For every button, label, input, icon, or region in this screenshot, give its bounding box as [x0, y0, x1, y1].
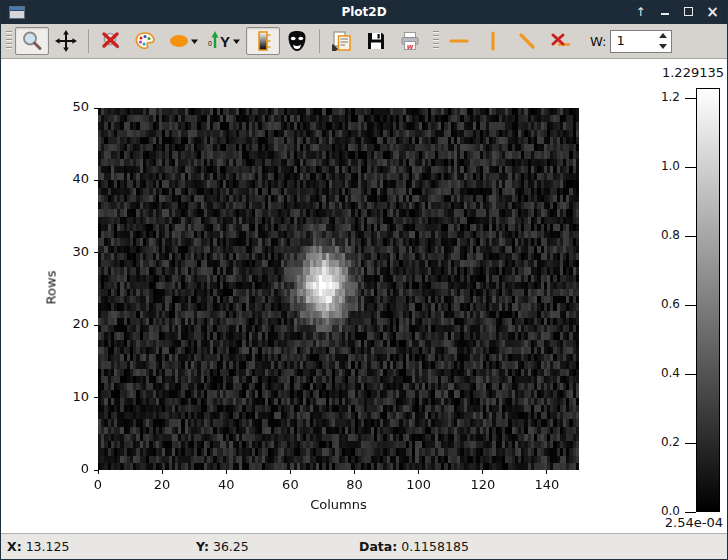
toolbar: 0Y w W: 1 — [1, 24, 727, 59]
heatmap-image[interactable] — [98, 108, 579, 470]
spin-down-icon — [659, 44, 667, 49]
magnifier-red-x-icon — [99, 29, 123, 53]
mask-icon — [285, 29, 309, 53]
x-value: 13.125 — [26, 539, 70, 554]
printer-icon: w — [398, 29, 422, 53]
x-axis-tick-label: 40 — [206, 477, 246, 492]
x-axis-tick — [482, 470, 483, 474]
shade-button[interactable]: ↑ — [634, 1, 647, 24]
spin-up-icon — [659, 33, 667, 38]
y-axis-tick — [94, 108, 98, 109]
copy-button[interactable] — [325, 27, 359, 55]
x-axis-label: Columns — [98, 497, 579, 512]
x-axis-tick — [226, 470, 227, 474]
window-menu-icon[interactable] — [9, 6, 25, 19]
y-axis-label: Rows — [44, 107, 59, 469]
profile-free-line-button[interactable] — [510, 27, 544, 55]
x-axis-tick — [290, 470, 291, 474]
cursor-data-readout: Data:0.1158185 — [359, 539, 469, 554]
colorbar-min-label: 2.54e-04 — [665, 515, 723, 530]
floppy-disk-icon — [364, 29, 388, 53]
y-axis-tick — [94, 325, 98, 326]
svg-text:0: 0 — [208, 40, 212, 47]
copy-pages-icon — [330, 29, 354, 53]
profile-vertical-button[interactable] — [476, 27, 510, 55]
x-axis-tick-label: 140 — [527, 477, 567, 492]
orange-ellipse-dropdown-icon — [167, 29, 199, 53]
colorbar-tick-label: 0.4 — [632, 366, 680, 380]
data-value: 0.1158185 — [401, 539, 469, 554]
cursor-x-readout: X:13.125 — [7, 539, 69, 554]
colorbar-tick — [685, 305, 696, 306]
x-axis-tick — [354, 470, 355, 474]
colormap-button[interactable] — [128, 27, 162, 55]
vertical-line-icon — [481, 29, 505, 53]
x-axis-tick-label: 20 — [142, 477, 182, 492]
close-button[interactable]: × — [706, 1, 719, 24]
colorbar-gradient[interactable] — [696, 88, 720, 512]
colorbar-tick — [685, 443, 696, 444]
y-axis-orientation-button[interactable]: 0Y — [204, 27, 246, 55]
print-button[interactable]: w — [393, 27, 427, 55]
colorbar-tick-label: 0.6 — [632, 297, 680, 311]
minimize-button[interactable] — [658, 1, 671, 24]
y-axis-tick — [94, 252, 98, 253]
x-axis-tick-label: 100 — [399, 477, 439, 492]
x-axis-tick — [98, 470, 99, 474]
y-axis-up-arrow-dropdown-icon: 0Y — [207, 29, 243, 53]
maximize-icon — [684, 7, 693, 16]
y-axis-tick — [94, 397, 98, 398]
toolbar-separator — [319, 29, 320, 53]
colorbar-tick — [685, 98, 696, 99]
horizontal-line-icon — [447, 29, 471, 53]
colorbar-tick — [685, 374, 696, 375]
mask-tools-button[interactable] — [280, 27, 314, 55]
plot2d-window: Plot2D ↑ × 0Y — [0, 0, 728, 560]
window-controls: ↑ × — [634, 1, 719, 24]
colorbar-toggle-button[interactable] — [246, 27, 280, 55]
svg-text:w: w — [407, 42, 414, 51]
colorbar-tick — [685, 167, 696, 168]
pan-arrows-icon — [54, 29, 78, 53]
profile-horizontal-button[interactable] — [442, 27, 476, 55]
maximize-button[interactable] — [682, 1, 695, 24]
spin-down-button[interactable] — [654, 41, 671, 52]
title-bar: Plot2D ↑ × — [1, 1, 727, 24]
palette-icon — [133, 29, 157, 53]
y-axis-tick — [94, 470, 98, 471]
magnifier-icon — [20, 29, 44, 53]
aggregation-mode-button[interactable] — [162, 27, 204, 55]
pan-mode-button[interactable] — [49, 27, 83, 55]
profile-width-value[interactable]: 1 — [611, 31, 654, 52]
profile-clear-button[interactable] — [544, 27, 578, 55]
zoom-mode-button[interactable] — [15, 27, 49, 55]
profile-toolbar-drag-handle[interactable] — [433, 31, 439, 51]
y-axis-tick — [94, 180, 98, 181]
spin-up-button[interactable] — [654, 31, 671, 42]
data-label: Data: — [359, 539, 397, 554]
profile-width-label: W: — [590, 34, 606, 49]
y-label: Y: — [196, 539, 209, 554]
plot-area: 020406080100120140010203040500.00.20.40.… — [1, 59, 727, 533]
y-value: 36.25 — [213, 539, 249, 554]
profile-width-spinbox[interactable]: 1 — [610, 30, 672, 53]
diagonal-line-icon — [515, 29, 539, 53]
gradient-bar-icon — [251, 29, 275, 53]
red-x-line-icon — [549, 29, 573, 53]
toolbar-drag-handle[interactable] — [6, 31, 12, 51]
colorbar-tick — [685, 512, 696, 513]
colorbar-tick-label: 1.0 — [632, 159, 680, 173]
x-axis-tick — [546, 470, 547, 474]
x-axis-tick — [418, 470, 419, 474]
x-axis-tick-label: 80 — [335, 477, 375, 492]
colorbar-tick — [685, 236, 696, 237]
reset-zoom-button[interactable] — [94, 27, 128, 55]
toolbar-separator — [88, 29, 89, 53]
spinbox-buttons — [654, 31, 671, 52]
x-axis-tick — [162, 470, 163, 474]
colorbar-max-label: 1.229135 — [662, 65, 724, 80]
colorbar-tick-label: 1.2 — [632, 90, 680, 104]
x-axis-tick-label: 0 — [78, 477, 118, 492]
save-button[interactable] — [359, 27, 393, 55]
x-axis-tick-label: 120 — [463, 477, 503, 492]
